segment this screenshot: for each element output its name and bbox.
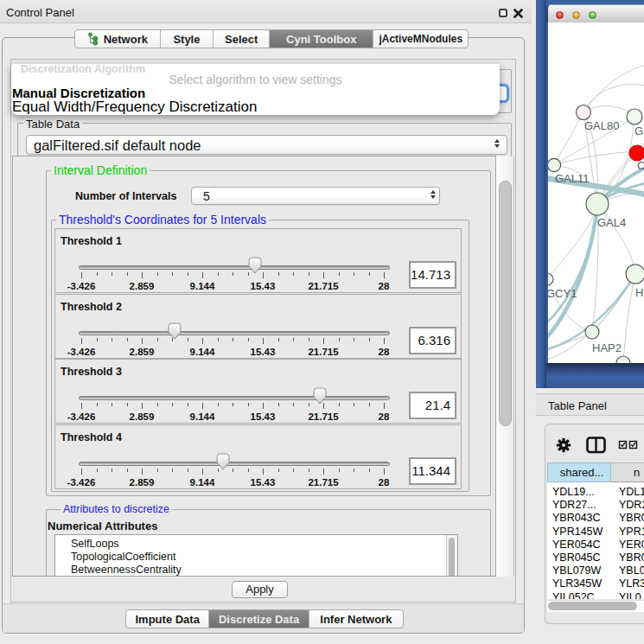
svg-text:G.: G. — [634, 124, 644, 137]
svg-text:C: C — [637, 159, 644, 172]
svg-text:H: H — [635, 286, 643, 299]
svg-text:GAL11: GAL11 — [555, 172, 590, 185]
svg-text:GAL80: GAL80 — [584, 119, 619, 132]
svg-text:GAL4: GAL4 — [597, 216, 626, 229]
svg-text:HAP2: HAP2 — [592, 341, 622, 354]
svg-text:GCY1: GCY1 — [548, 287, 577, 300]
